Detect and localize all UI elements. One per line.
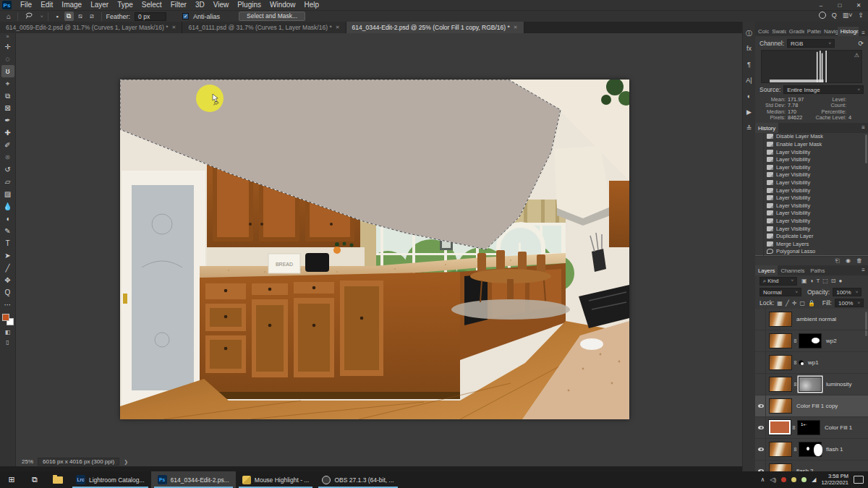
history-source-checkbox[interactable] xyxy=(755,202,764,210)
layer-thumbnail[interactable] xyxy=(769,442,792,457)
menu-view[interactable]: View xyxy=(209,0,234,10)
taskbar-app-photoshop[interactable]: Ps614_0344-Edit-2.ps... xyxy=(151,471,236,488)
menu-window[interactable]: Window xyxy=(265,0,300,10)
lock-artboard-icon[interactable]: ▢ xyxy=(799,300,805,307)
close-button[interactable]: ✕ xyxy=(849,0,868,10)
history-scrollbar[interactable] xyxy=(865,134,867,163)
filter-shape-layers-icon[interactable]: ⬚ xyxy=(822,278,828,284)
layer-name[interactable]: Color Fill 1 xyxy=(825,424,852,431)
layer-row[interactable]: 8luminosity xyxy=(755,374,868,395)
blend-mode-select[interactable]: Normal˅ xyxy=(760,288,801,296)
history-state[interactable]: Disable Layer Mask xyxy=(755,133,868,141)
layer-visibility-toggle[interactable] xyxy=(757,395,766,416)
layer-mask-thumbnail[interactable] xyxy=(799,377,822,392)
history-source-checkbox[interactable] xyxy=(755,248,764,256)
history-state[interactable]: Layer Visibility xyxy=(755,194,868,202)
history-state[interactable]: Layer Visibility xyxy=(755,225,868,233)
history-brush-tool[interactable]: ↺ xyxy=(1,163,14,176)
search-icon[interactable]: Q xyxy=(832,12,837,19)
actions-panel-icon[interactable]: ▶ xyxy=(744,108,754,117)
history-state[interactable]: Layer Visibility xyxy=(755,202,868,210)
zoom-level[interactable]: 25% xyxy=(22,458,33,465)
brush-tool[interactable]: ✐ xyxy=(1,139,14,151)
new-document-from-state-icon[interactable]: ⎗ xyxy=(835,257,840,265)
hand-tool[interactable]: ✥ xyxy=(1,274,14,286)
filter-pixel-layers-icon[interactable]: ▣ xyxy=(801,278,807,284)
properties-panel-icon[interactable]: ≛ xyxy=(744,124,754,133)
marquee-tool[interactable]: ◌ xyxy=(1,53,14,65)
history-source-checkbox[interactable] xyxy=(755,133,764,141)
history-source-checkbox[interactable] xyxy=(755,148,764,156)
layer-mask-thumbnail[interactable] xyxy=(799,333,822,348)
lock-pixels-icon[interactable]: ╱ xyxy=(786,300,789,307)
taskbar-app-mouse-highlight[interactable]: Mouse Highlight - ... xyxy=(236,471,316,488)
menu-image[interactable]: Image xyxy=(57,0,86,10)
kind-filter-select[interactable]: ⌕ Kind˅ xyxy=(760,277,797,286)
lasso-tool[interactable]: ʊ xyxy=(1,65,14,77)
channel-select[interactable]: RGB˅ xyxy=(787,39,835,48)
toolbar-collapse-icon[interactable]: » xyxy=(7,33,9,40)
edit-toolbar[interactable]: ⋯ xyxy=(1,299,14,311)
history-state[interactable]: Layer Visibility xyxy=(755,163,868,171)
menu-filter[interactable]: Filter xyxy=(166,0,191,10)
layer-name[interactable]: wp2 xyxy=(826,338,837,344)
layer-visibility-toggle[interactable] xyxy=(757,417,766,438)
filter-smart-objects-icon[interactable]: ⊡ xyxy=(831,278,836,284)
clone-stamp-tool[interactable]: ⌾ xyxy=(1,151,14,163)
select-and-mask-button[interactable]: Select and Mask... xyxy=(239,12,305,21)
history-source-checkbox[interactable] xyxy=(755,217,764,225)
intersect-selection-icon[interactable]: ⧄ xyxy=(88,12,97,21)
layer-row[interactable]: 8wp1 xyxy=(755,352,868,374)
taskbar-app-lightroom[interactable]: LrcLightroom Catalog... xyxy=(69,471,151,488)
file-explorer-button[interactable] xyxy=(46,471,69,488)
layer-visibility-toggle[interactable] xyxy=(757,352,766,373)
home-icon[interactable]: ⌂ xyxy=(4,12,13,20)
maximize-button[interactable]: □ xyxy=(830,0,849,10)
tab-channels[interactable]: Channels xyxy=(778,265,807,275)
status-arrow-icon[interactable]: ❯ xyxy=(124,459,128,465)
document-tab-3[interactable]: 614_0344-Edit-2.psd @ 25% (Color Fill 1 … xyxy=(346,22,524,33)
layer-row[interactable]: 8wp2 xyxy=(755,330,868,352)
volume-icon[interactable]: ◁) xyxy=(770,476,776,483)
layer-name[interactable]: flash 1 xyxy=(826,446,843,453)
history-state[interactable]: Merge Layers xyxy=(755,240,868,248)
dodge-tool[interactable]: ◖ xyxy=(1,213,14,225)
tab-color[interactable]: Color xyxy=(755,27,769,36)
layer-thumbnail[interactable] xyxy=(769,420,791,435)
history-state[interactable]: Layer Visibility xyxy=(755,148,868,156)
history-source-checkbox[interactable] xyxy=(755,171,764,179)
lock-transparency-icon[interactable]: ▦ xyxy=(777,300,783,307)
taskbar-app-obs[interactable]: OBS 27.1.3 (64-bit, ... xyxy=(315,471,400,488)
tray-app-icon-yellow[interactable] xyxy=(791,477,796,482)
history-state[interactable]: Layer Visibility xyxy=(755,210,868,218)
menu-type[interactable]: Type xyxy=(113,0,137,10)
history-state[interactable]: Average xyxy=(755,255,868,256)
history-source-checkbox[interactable] xyxy=(755,210,764,218)
history-source-checkbox[interactable] xyxy=(755,232,764,240)
layer-visibility-toggle[interactable] xyxy=(757,330,766,351)
object-selection-tool[interactable]: ⌖ xyxy=(1,77,14,90)
layer-name[interactable]: luminosity xyxy=(826,381,852,388)
antialias-checkbox[interactable]: ✓ xyxy=(182,13,189,20)
layer-visibility-toggle[interactable] xyxy=(757,374,766,395)
chevron-down-icon[interactable]: ˅ xyxy=(41,14,43,19)
tab-pattern[interactable]: Pattern xyxy=(804,27,821,36)
layer-thumbnail[interactable] xyxy=(769,355,792,370)
action-center-icon[interactable] xyxy=(854,476,864,484)
canvas-pasteboard[interactable]: BREAD xyxy=(16,33,742,466)
menu-edit[interactable]: Edit xyxy=(36,0,57,10)
layer-visibility-toggle[interactable] xyxy=(757,439,766,460)
layer-name[interactable]: ambient normal xyxy=(796,316,836,322)
paragraph-panel-icon[interactable]: ¶ xyxy=(744,61,754,69)
layer-mask-thumbnail[interactable] xyxy=(799,442,822,457)
color-swatches[interactable] xyxy=(2,314,14,325)
menu-select[interactable]: Select xyxy=(137,0,166,10)
tab-paths[interactable]: Paths xyxy=(807,265,827,275)
history-state[interactable]: Duplicate Layer xyxy=(755,232,868,240)
filter-type-layers-icon[interactable]: T xyxy=(816,278,820,284)
history-state[interactable]: Layer Visibility xyxy=(755,155,868,163)
menu-layer[interactable]: Layer xyxy=(86,0,113,10)
add-to-selection-icon[interactable]: ⧉ xyxy=(64,12,74,21)
tray-app-icon-red[interactable] xyxy=(781,477,786,482)
type-tool[interactable]: T xyxy=(1,237,14,249)
